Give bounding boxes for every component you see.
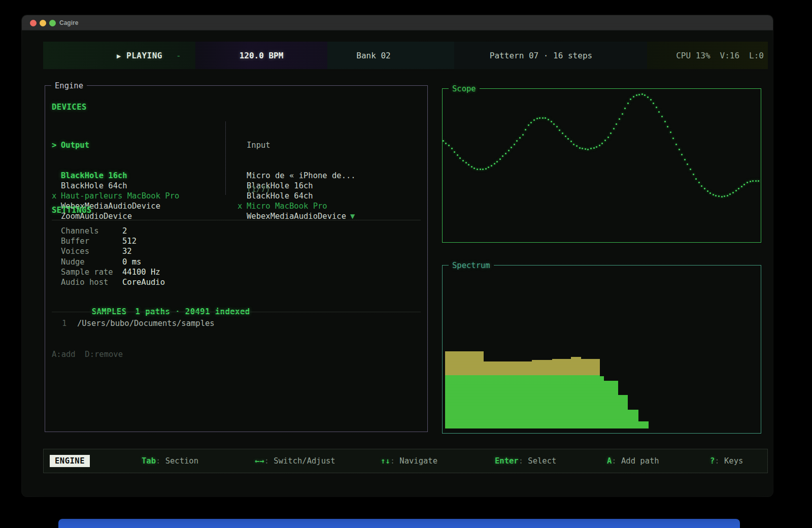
scope-dot <box>735 190 737 191</box>
shortcut-action: Section <box>165 456 198 466</box>
settings-row: Channels2 <box>45 226 427 237</box>
scope-dot <box>713 194 714 195</box>
scope-dot <box>573 144 574 145</box>
setting-value[interactable]: 44100 Hz <box>122 268 160 277</box>
scope-dot <box>585 148 586 150</box>
scope-dot <box>579 147 581 149</box>
scope-panel: Scope <box>442 88 761 243</box>
device-name: Micro de « iPhone de... <box>247 171 356 180</box>
spectrum-level-segment <box>600 376 604 428</box>
scope-dot <box>570 141 572 142</box>
scope-dot <box>553 123 555 125</box>
spectrum-peak-segment <box>484 361 532 375</box>
scope-dot <box>638 94 640 95</box>
scope-dot <box>454 151 455 153</box>
shortcut-separator: : <box>264 456 274 466</box>
spectrum-level-segment <box>581 375 600 428</box>
scope-dot <box>587 149 589 150</box>
settings-rows: Channels2Buffer512Voices32Nudge0 msSampl… <box>45 226 427 288</box>
spectrum-level-segment <box>604 381 618 428</box>
scope-dot <box>590 148 592 149</box>
setting-value[interactable]: 2 <box>122 226 127 236</box>
minimize-button[interactable] <box>40 20 46 26</box>
scope-dot <box>622 113 623 115</box>
setting-value[interactable]: CoreAudio <box>122 278 165 287</box>
titlebar[interactable]: Cagire <box>22 15 773 30</box>
scope-dot <box>536 118 538 119</box>
bank-label: Bank 02 <box>356 51 390 60</box>
scope-dot <box>704 188 705 189</box>
cpu-stat: CPU 13% <box>676 51 710 60</box>
scope-dot <box>516 140 518 142</box>
scope-dot <box>491 165 492 167</box>
footer-bar: ENGINE Tab: Section←→: Switch/Adjust↑↓: … <box>43 449 768 473</box>
scope-dot <box>695 178 697 180</box>
device-name: BlackHole 64ch <box>61 181 127 190</box>
setting-label: Sample rate <box>61 268 113 277</box>
scope-dot <box>653 103 654 104</box>
shortcut-item: Enter: Select <box>495 456 556 466</box>
scope-dot <box>596 146 597 148</box>
scope-dot <box>701 185 702 187</box>
system-stats: CPU 13%V:16L:0 <box>637 41 764 70</box>
scope-dot <box>650 99 652 101</box>
scope-dot <box>718 195 720 197</box>
zoom-button[interactable] <box>49 20 56 26</box>
column-divider <box>225 121 226 195</box>
output-device-item[interactable]: xHaut-parleurs MacBook Pro <box>52 191 224 201</box>
settings-row: Voices32 <box>45 247 427 257</box>
scope-dot <box>681 154 683 155</box>
input-list-pager: (1/7) <box>247 185 270 194</box>
output-label: Output <box>61 141 89 150</box>
scope-dot <box>567 138 569 140</box>
settings-row: Buffer512 <box>45 237 427 247</box>
setting-label: Channels <box>61 226 99 236</box>
scope-dot <box>451 148 453 149</box>
shortcut-action: Switch/Adjust <box>274 456 335 466</box>
scope-dot <box>724 195 725 197</box>
shortcut-item: ?: Keys <box>710 456 743 466</box>
scope-dot <box>477 169 478 170</box>
output-device-item[interactable]: BlackHole 16ch <box>52 171 224 181</box>
shortcut-separator: : <box>156 456 165 466</box>
shortcut-item: Tab: Section <box>142 456 198 466</box>
close-button[interactable] <box>30 20 37 26</box>
setting-value[interactable]: 0 ms <box>122 257 141 267</box>
scope-dot <box>448 145 450 146</box>
path-index: 1 <box>62 319 66 328</box>
scope-dot <box>462 160 464 161</box>
setting-value[interactable]: 512 <box>122 237 137 246</box>
input-device-item[interactable]: xMicro MacBook Pro <box>238 201 405 211</box>
setting-value[interactable]: 32 <box>122 247 132 256</box>
mode-badge: ENGINE <box>50 455 90 467</box>
scope-dot <box>656 107 657 108</box>
scope-dot <box>687 163 688 165</box>
spectrum-level-segment <box>618 395 628 428</box>
scope-dot <box>459 157 461 159</box>
output-device-item[interactable]: BlackHole 64ch <box>52 181 224 191</box>
scope-dot <box>647 96 649 98</box>
scope-dot <box>729 193 731 195</box>
device-name: BlackHole 16ch <box>61 171 127 180</box>
scope-dot <box>607 137 609 138</box>
scope-dot <box>721 196 723 197</box>
scope-dot <box>667 126 668 127</box>
scope-dot <box>727 195 728 196</box>
scope-dot <box>707 190 708 192</box>
scope-dot <box>684 159 686 160</box>
transport-label: PLAYING <box>126 51 162 60</box>
settings-row: Audio hostCoreAudio <box>45 278 427 288</box>
input-device-item[interactable]: Micro de « iPhone de... <box>238 171 405 181</box>
shortcut-key: Enter <box>495 456 519 466</box>
scope-dot <box>502 155 503 157</box>
shortcut-key: ? <box>710 456 715 466</box>
spectrum-level-segment <box>638 421 649 428</box>
path-value: /Users/bubo/Documents/samples <box>77 319 215 328</box>
setting-label: Audio host <box>61 278 108 287</box>
shortcut-action: Add path <box>621 456 659 466</box>
settings-row: Sample rate44100 Hz <box>45 268 427 278</box>
spectrum-level-segment <box>484 375 532 428</box>
scope-dot <box>576 145 578 147</box>
spectrum-peak-segment <box>445 351 484 375</box>
scope-dot <box>619 118 620 120</box>
